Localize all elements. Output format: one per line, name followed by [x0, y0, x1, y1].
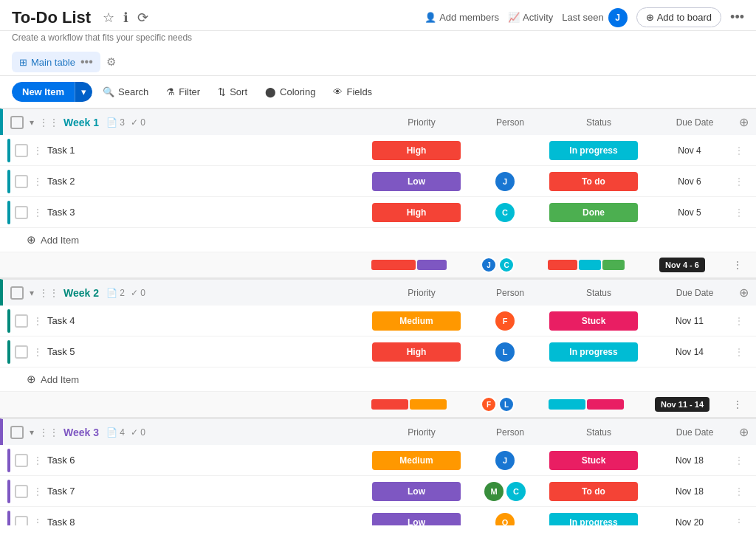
add-item-row-week1[interactable]: ⊕ Add Item [0, 228, 756, 252]
status-badge-task1[interactable]: In progress [549, 141, 638, 160]
priority-badge-task7[interactable]: Low [372, 482, 461, 501]
priority-badge-task8[interactable]: Low [372, 513, 461, 526]
priority-badge-task3[interactable]: High [372, 203, 461, 222]
status-cell-task8[interactable]: In progress [542, 513, 645, 526]
fields-button[interactable]: 👁 Fields [326, 83, 379, 101]
person-cell-task3[interactable]: C [468, 203, 542, 222]
tab-main-table[interactable]: ⊞ Main table ••• [12, 52, 100, 72]
task-drag-task6[interactable]: ⋮ [32, 455, 43, 466]
task-checkbox-task8[interactable] [15, 516, 28, 526]
task-drag-task5[interactable]: ⋮ [32, 346, 43, 358]
task-checkbox-task6[interactable] [15, 454, 28, 467]
refresh-icon[interactable]: ⟳ [137, 10, 148, 26]
person-cell-task2[interactable]: J [468, 172, 542, 191]
group-chevron-week3[interactable]: ▾ [30, 427, 34, 438]
add-column-week3[interactable]: ⊕ [739, 425, 749, 439]
add-column-week1[interactable]: ⊕ [739, 115, 749, 129]
group-checkbox-week2[interactable] [10, 286, 24, 300]
priority-cell-task3[interactable]: High [365, 203, 468, 222]
star-icon[interactable]: ☆ [103, 10, 114, 26]
task-drag-task3[interactable]: ⋮ [32, 207, 43, 218]
person-cell-task6[interactable]: J [468, 451, 542, 470]
person-cell-task4[interactable]: F [468, 311, 542, 331]
status-badge-task8[interactable]: In progress [549, 513, 638, 526]
status-cell-task2[interactable]: To do [542, 172, 645, 191]
row-more-task2[interactable]: ⋮ [734, 176, 749, 187]
status-badge-task7[interactable]: To do [549, 482, 638, 501]
add-item-row-week2[interactable]: ⊕ Add Item [0, 367, 756, 392]
row-more-task5[interactable]: ⋮ [734, 346, 749, 358]
person-cell-task5[interactable]: L [468, 342, 542, 362]
task-checkbox-task3[interactable] [15, 206, 28, 219]
activity-button[interactable]: 📈 Activity [508, 12, 553, 23]
group-drag-handle-week3[interactable]: ⋮⋮ [38, 427, 59, 438]
settings-icon[interactable]: ⚙ [106, 55, 116, 69]
priority-cell-task1[interactable]: High [365, 141, 468, 160]
status-cell-task5[interactable]: In progress [542, 342, 645, 362]
sort-button[interactable]: ⇅ Sort [210, 83, 255, 101]
person-avatar[interactable]: F [495, 311, 515, 331]
status-cell-task3[interactable]: Done [542, 203, 645, 222]
task-drag-task2[interactable]: ⋮ [32, 176, 43, 187]
priority-cell-task5[interactable]: High [365, 342, 468, 362]
person-avatar[interactable]: C [506, 482, 526, 501]
priority-cell-task6[interactable]: Medium [365, 451, 468, 470]
filter-button[interactable]: ⚗ Filter [159, 83, 207, 101]
row-more-task3[interactable]: ⋮ [734, 207, 749, 218]
search-button[interactable]: 🔍 Search [95, 83, 156, 101]
summary-more-week2[interactable]: ⋮ [726, 398, 749, 410]
person-cell-task7[interactable]: MC [468, 482, 542, 501]
task-checkbox-task1[interactable] [15, 144, 28, 157]
add-column-week2[interactable]: ⊕ [739, 286, 749, 300]
summary-more-week1[interactable]: ⋮ [726, 259, 749, 271]
task-checkbox-task4[interactable] [15, 314, 28, 328]
group-drag-handle-week1[interactable]: ⋮⋮ [38, 117, 59, 128]
priority-badge-task6[interactable]: Medium [372, 451, 461, 470]
task-drag-task1[interactable]: ⋮ [32, 145, 43, 156]
row-more-task4[interactable]: ⋮ [734, 315, 749, 327]
status-badge-task6[interactable]: Stuck [549, 451, 638, 470]
priority-badge-task4[interactable]: Medium [372, 311, 461, 331]
task-drag-task8[interactable]: ⋮ [32, 517, 43, 526]
row-more-task8[interactable]: ⋮ [734, 517, 749, 526]
status-badge-task5[interactable]: In progress [549, 342, 638, 362]
task-checkbox-task5[interactable] [15, 345, 28, 359]
person-avatar[interactable]: J [495, 172, 515, 191]
status-cell-task1[interactable]: In progress [542, 141, 645, 160]
person-avatar[interactable]: Q [495, 513, 515, 526]
coloring-button[interactable]: ⬤ Coloring [258, 83, 323, 101]
add-to-board-button[interactable]: ⊕ Add to board [636, 7, 721, 27]
status-cell-task6[interactable]: Stuck [542, 451, 645, 470]
person-avatar[interactable]: L [495, 342, 515, 362]
group-checkbox-week3[interactable] [10, 426, 24, 439]
info-icon[interactable]: ℹ [123, 10, 128, 26]
new-item-dropdown-button[interactable]: ▾ [75, 82, 92, 102]
status-cell-task4[interactable]: Stuck [542, 311, 645, 331]
status-cell-task7[interactable]: To do [542, 482, 645, 501]
person-avatar[interactable]: M [484, 482, 504, 501]
priority-badge-task1[interactable]: High [372, 141, 461, 160]
priority-cell-task2[interactable]: Low [365, 172, 468, 191]
row-more-task6[interactable]: ⋮ [734, 455, 749, 466]
group-chevron-week1[interactable]: ▾ [30, 117, 34, 128]
task-drag-task7[interactable]: ⋮ [32, 486, 43, 497]
priority-cell-task4[interactable]: Medium [365, 311, 468, 331]
priority-badge-task5[interactable]: High [372, 342, 461, 362]
new-item-button[interactable]: New Item [12, 82, 75, 102]
priority-cell-task7[interactable]: Low [365, 482, 468, 501]
status-badge-task2[interactable]: To do [549, 172, 638, 191]
group-chevron-week2[interactable]: ▾ [30, 288, 34, 298]
person-avatar[interactable]: C [495, 203, 515, 222]
person-cell-task8[interactable]: Q [468, 513, 542, 526]
task-drag-task4[interactable]: ⋮ [32, 315, 43, 327]
group-drag-handle-week2[interactable]: ⋮⋮ [38, 287, 59, 299]
group-checkbox-week1[interactable] [10, 116, 24, 129]
priority-cell-task8[interactable]: Low [365, 513, 468, 526]
row-more-task1[interactable]: ⋮ [734, 145, 749, 156]
add-members-button[interactable]: 👤 Add members [425, 12, 499, 23]
status-badge-task3[interactable]: Done [549, 203, 638, 222]
task-checkbox-task2[interactable] [15, 175, 28, 188]
tab-more-button[interactable]: ••• [80, 55, 93, 69]
task-checkbox-task7[interactable] [15, 485, 28, 498]
row-more-task7[interactable]: ⋮ [734, 486, 749, 497]
